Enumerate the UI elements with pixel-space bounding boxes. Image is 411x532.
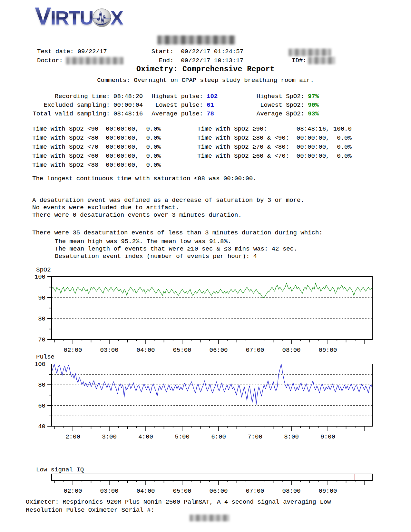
svg-text:90: 90 <box>38 294 45 301</box>
table-row: Time with SpO2 <90 00:00:00, 0.0% <box>32 124 161 133</box>
svg-text:03:00: 03:00 <box>100 347 118 354</box>
desaturation-events-details: The mean high was 95.2%. The mean low wa… <box>55 238 298 260</box>
svg-text:9:00: 9:00 <box>320 433 335 440</box>
stats-spo2-column: Highest SpO2:97% Lowest SpO2:90% Average… <box>255 92 319 118</box>
stat-label: Lowest pulse: <box>151 101 203 110</box>
end-line: End: 09/22/17 10:13:17 <box>152 57 243 64</box>
svg-text:6:00: 6:00 <box>211 433 226 440</box>
stat-value: 08:48:16 <box>113 110 143 118</box>
low-signal-iq-strip: 02:0003:0004:0005:0006:0007:0008:0009:00 <box>32 470 379 500</box>
stat-value: 08:48:20 <box>113 92 143 101</box>
stat-value-average-pulse: 78 <box>207 110 214 118</box>
id-label: ID#: <box>292 57 307 64</box>
logo-text-left: VIRTU <box>35 6 93 29</box>
stat-label: Average SpO2: <box>255 110 304 118</box>
svg-text:03:00: 03:00 <box>100 488 118 495</box>
svg-text:60: 60 <box>38 402 45 409</box>
virtuox-logo: VIRTU X <box>35 6 123 29</box>
test-date-line: Test date: 09/22/17 <box>37 48 107 55</box>
svg-text:2:00: 2:00 <box>65 433 80 440</box>
spo2-chart: 10090807002:0003:0004:0005:0006:0007:000… <box>32 271 379 354</box>
stat-value: 00:00:04 <box>113 101 143 110</box>
stat-value-highest-pulse: 102 <box>207 92 218 101</box>
comments-line: Comments: Overnight on CPAP sleep study … <box>0 77 411 84</box>
stat-value-lowest-pulse: 61 <box>207 101 214 110</box>
paragraph-line: Desaturation event index (number of even… <box>55 253 298 260</box>
doctor-label: Doctor: <box>37 57 63 64</box>
svg-text:80: 80 <box>38 381 45 389</box>
svg-text:02:00: 02:00 <box>64 488 82 495</box>
table-row: Time with SpO2 <60 00:00:00, 0.0% <box>32 152 161 161</box>
svg-text:09:00: 09:00 <box>319 488 337 495</box>
svg-text:05:00: 05:00 <box>173 488 191 495</box>
svg-text:07:00: 07:00 <box>246 488 264 495</box>
stat-value-lowest-spo2: 90% <box>308 101 319 110</box>
table-row: Time with SpO2 ≥80 & <90: 00:00:00, 0.0% <box>197 133 352 143</box>
oximetry-report-page: VIRTU X Test date: 09/22/17 Start: 09/22… <box>0 0 411 532</box>
table-row: Time with SpO2 ≥60 & <70: 00:00:00, 0.0% <box>197 152 352 161</box>
svg-text:70: 70 <box>38 336 45 343</box>
redacted-patient-name <box>289 49 331 56</box>
stat-label: Lowest SpO2: <box>255 101 304 110</box>
svg-text:08:00: 08:00 <box>282 347 301 354</box>
oximeter-footer-text: Oximeter: Respironics 920M Plus Nonin 25… <box>26 498 353 514</box>
svg-text:7:00: 7:00 <box>248 433 262 440</box>
svg-text:02:00: 02:00 <box>64 347 82 354</box>
logo-text-right: X <box>111 7 123 29</box>
svg-text:80: 80 <box>38 315 45 322</box>
table-row: Time with SpO2 ≥90: 08:48:16, 100.0 <box>197 124 352 133</box>
paragraph-line: A desaturation event was defined as a de… <box>32 197 304 204</box>
globe-pulse-icon <box>92 8 112 28</box>
start-line: Start: 09/22/17 01:24:57 <box>152 48 243 55</box>
stats-pulse-column: Highest pulse:102 Lowest pulse:61 Averag… <box>151 92 218 118</box>
desaturation-definition-paragraph: A desaturation event was defined as a de… <box>32 197 304 219</box>
svg-text:8:00: 8:00 <box>284 433 299 440</box>
redacted-patient-header <box>157 35 235 44</box>
svg-text:100: 100 <box>34 273 45 281</box>
svg-text:3:00: 3:00 <box>102 433 117 440</box>
pulse-chart: 1008060402:003:004:005:006:007:008:009:0… <box>32 359 379 443</box>
svg-text:5:00: 5:00 <box>175 433 190 440</box>
redacted-footer <box>190 515 230 521</box>
stat-label: Average pulse: <box>151 110 203 118</box>
svg-text:09:00: 09:00 <box>319 347 337 354</box>
paragraph-line: No events were excluded due to artifact. <box>32 204 304 212</box>
table-row: Time with SpO2 <70 00:00:00, 0.0% <box>32 143 161 152</box>
table-row: Time with SpO2 ≥70 & <80: 00:00:00, 0.0% <box>197 143 352 152</box>
stat-label: Total valid sampling: <box>32 110 110 118</box>
paragraph-line: The mean length of events that were ≥10 … <box>55 245 298 253</box>
redacted-id-value <box>308 57 335 64</box>
page-title: Oximetry: Comprehensive Report <box>0 65 411 74</box>
redacted-doctor-name <box>66 57 123 64</box>
svg-text:08:00: 08:00 <box>282 488 301 495</box>
desaturation-events-intro: There were 35 desaturation events of les… <box>32 229 323 237</box>
stat-label: Excluded sampling: <box>32 101 110 110</box>
stats-recording-column: Recording time:08:48:20 Excluded samplin… <box>32 92 143 118</box>
paragraph-line: The mean high was 95.2%. The mean low wa… <box>55 238 298 245</box>
spo2-time-table-right: Time with SpO2 ≥90: 08:48:16, 100.0 Time… <box>197 124 352 161</box>
svg-text:4:00: 4:00 <box>138 433 153 440</box>
stat-label: Recording time: <box>32 92 110 101</box>
stat-label: Highest pulse: <box>151 92 203 101</box>
svg-text:05:00: 05:00 <box>173 347 191 354</box>
svg-text:06:00: 06:00 <box>210 347 228 354</box>
stat-label: Highest SpO2: <box>255 92 304 101</box>
svg-text:40: 40 <box>38 423 45 430</box>
stat-value-average-spo2: 93% <box>308 110 319 118</box>
paragraph-line: There were 0 desaturation events over 3 … <box>32 212 304 219</box>
table-row: Time with SpO2 <80 00:00:00, 0.0% <box>32 133 161 143</box>
svg-text:06:00: 06:00 <box>210 488 228 495</box>
svg-text:04:00: 04:00 <box>136 488 155 495</box>
spo2-time-table-left: Time with SpO2 <90 00:00:00, 0.0% Time w… <box>32 124 161 170</box>
svg-text:100: 100 <box>34 361 45 368</box>
svg-text:07:00: 07:00 <box>246 347 264 354</box>
svg-text:04:00: 04:00 <box>136 347 155 354</box>
longest-saturation-line: The longest continuous time with saturat… <box>32 175 257 182</box>
table-row: Time with SpO2 <88 00:00:00, 0.0% <box>32 161 161 170</box>
stat-value-highest-spo2: 97% <box>308 92 319 101</box>
